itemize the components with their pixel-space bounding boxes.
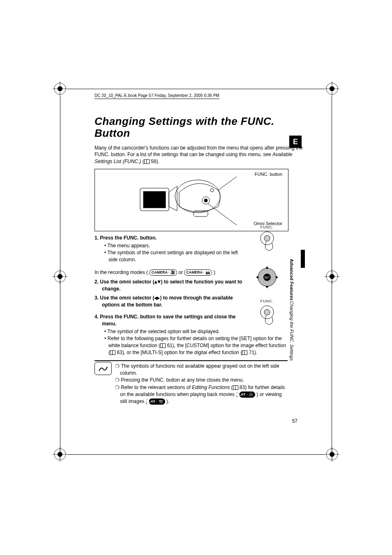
step-1-bullet-1: • The menu appears. <box>95 242 247 249</box>
step-4-heading: 4. Press the FUNC. button to save the se… <box>95 313 247 327</box>
side-section-title: Advanced Features <box>289 259 294 300</box>
svg-point-42 <box>264 309 270 315</box>
camera-photo-mode-badge: CAMERA · 📷 <box>184 269 212 276</box>
recmode-mid: or <box>178 269 184 275</box>
intro-text-pre: Many of the camcorder's functions can be… <box>95 145 303 157</box>
crop-line-top <box>67 89 325 89</box>
step-1-bullet-2: • The symbols of the current settings ar… <box>95 249 247 263</box>
page-reference-icon <box>160 343 166 348</box>
page-title: Changing Settings with the FUNC. Button <box>95 115 308 139</box>
step4-b2-ref3: 71). <box>247 350 257 355</box>
note-3-pre: Refer to the relevant sections of <box>121 385 192 390</box>
step4-b2-ref2: 63), or the [MULTI-S] option for the dig… <box>115 350 242 355</box>
side-section-subtitle: Changing the FUNC. Settings <box>289 301 294 361</box>
play-movie-mode-badge: PLAY · 🎥 <box>239 391 256 398</box>
hand-press-icon <box>251 303 284 326</box>
svg-marker-40 <box>276 276 278 279</box>
step-3-pre: 3. Use the omni selector ( <box>95 295 154 301</box>
svg-marker-39 <box>256 276 258 279</box>
registration-mark-icon <box>325 269 339 284</box>
func-label-2: FUNC. <box>251 299 284 303</box>
step-1-heading: 1. Press the FUNC. button. <box>95 235 247 242</box>
running-head: DC 20_10_PAL-E.book Page 57 Friday, Sept… <box>95 93 219 99</box>
set-label: SET <box>264 276 270 279</box>
svg-marker-38 <box>265 286 269 288</box>
intro-paragraph: Many of the camcorder's functions can be… <box>95 145 308 165</box>
note-2: ❍ Pressing the FUNC. button at any time … <box>115 377 288 384</box>
page-reference-icon <box>233 385 238 390</box>
recmode-pre: In the recording modes ( <box>95 269 148 275</box>
section-index-tab <box>301 250 305 268</box>
svg-marker-37 <box>265 266 269 269</box>
notes-section: ❍ The symbols of functions not available… <box>95 361 288 405</box>
triangle-left-icon <box>154 297 157 300</box>
intro-text-post: 58). <box>150 159 159 164</box>
side-section-label: Advanced Features Changing the FUNC. Set… <box>289 259 297 333</box>
registration-mark-icon <box>53 269 67 284</box>
page-reference-icon <box>242 350 247 355</box>
func-label: FUNC. <box>251 225 284 229</box>
svg-point-34 <box>264 235 270 241</box>
registration-mark-icon <box>325 447 339 462</box>
registration-mark-icon <box>53 81 67 96</box>
svg-point-28 <box>204 199 208 202</box>
notes-icon <box>95 362 112 375</box>
step-4-continued: • Refer to the following pages for furth… <box>95 335 288 356</box>
step-3-heading: 3. Use the omni selector () to move thro… <box>95 295 247 309</box>
svg-line-32 <box>208 204 237 225</box>
page-number: 57 <box>292 418 297 424</box>
svg-rect-25 <box>143 191 166 208</box>
diagram-label-func: FUNC. button <box>255 172 282 177</box>
hand-press-icon <box>251 229 284 252</box>
note-3-ital: Editing Functions <box>192 385 230 390</box>
step-2-heading: 2. Use the omni selector () to select th… <box>95 279 247 292</box>
recording-modes-line: In the recording modes ( CAMERA · 🎥 or C… <box>95 269 247 276</box>
note-3: ❍ Refer to the relevant sections of Edit… <box>115 384 288 405</box>
func-button-press-illustration-2: FUNC. <box>251 299 284 328</box>
omni-selector-icon: SET <box>251 263 284 292</box>
note-1-text: The symbols of functions not available a… <box>120 363 279 376</box>
svg-line-31 <box>218 177 237 190</box>
play-photo-mode-badge: PLAY · 📷 <box>149 398 165 405</box>
language-tab: E <box>289 136 302 148</box>
camera-movie-mode-badge: CAMERA · 🎥 <box>149 269 177 276</box>
note-3-end: ). <box>165 398 170 404</box>
triangle-up-icon <box>154 281 157 283</box>
func-button-press-illustration: FUNC. <box>251 225 284 254</box>
step-4-bullet-2: • Refer to the following pages for furth… <box>95 335 288 356</box>
page-reference-icon <box>144 159 150 164</box>
registration-mark-icon <box>325 81 339 96</box>
instruction-steps: 1. Press the FUNC. button. • The menu ap… <box>95 235 247 335</box>
crop-line-bottom <box>67 454 325 455</box>
camcorder-diagram: FUNC. button Omni Selector <box>95 169 288 231</box>
camcorder-illustration-icon <box>136 172 239 229</box>
page-reference-icon <box>110 350 115 355</box>
step-2-pre: 2. Use the omni selector ( <box>95 279 154 285</box>
note-2-text: Pressing the FUNC. button at any time cl… <box>121 377 244 383</box>
registration-mark-icon <box>53 447 67 462</box>
step-4-bullet-1: • The symbol of the selected option will… <box>95 328 247 335</box>
note-3-mid1: ( <box>230 385 233 390</box>
note-1: ❍ The symbols of functions not available… <box>115 363 288 377</box>
omni-selector-illustration: SET <box>251 263 284 292</box>
svg-point-29 <box>210 189 214 192</box>
recmode-post: ): <box>213 269 216 275</box>
